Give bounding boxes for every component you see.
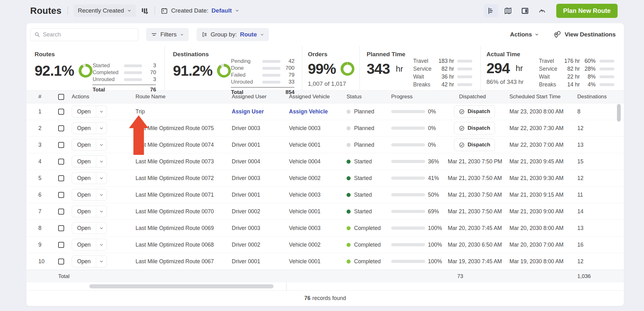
table-row: 8OpenLast Mile Optimized Route 0069Drive… <box>26 220 624 237</box>
plan-new-route-button[interactable]: Plan New Route <box>556 4 618 18</box>
stat-breakdown-label: Failed <box>231 72 260 78</box>
view-destinations-button[interactable]: View Destinations <box>553 31 616 38</box>
dispatch-check-icon <box>459 142 465 148</box>
search-input[interactable] <box>43 31 134 38</box>
search-icon <box>34 31 40 38</box>
time-row-value: 42 hr <box>436 81 454 88</box>
assign-user-link[interactable]: Assign User <box>232 108 289 115</box>
top-header: Routes Recently Created Created Date: De… <box>0 0 644 19</box>
stat-breakdown-bar <box>262 81 280 84</box>
filters-button[interactable]: Filters <box>146 28 189 41</box>
table-toolbar: Filters Group by: Route Actions View Des… <box>26 23 624 46</box>
row-checkbox[interactable] <box>58 225 64 231</box>
chevron-down-icon[interactable] <box>96 259 107 264</box>
open-button[interactable]: Open <box>72 172 107 184</box>
gauge-icon <box>538 7 546 15</box>
dispatch-check-icon <box>459 109 465 115</box>
open-button[interactable]: Open <box>72 222 107 234</box>
group-by-value: Route <box>240 31 257 38</box>
list-view-button[interactable] <box>484 4 498 17</box>
open-button[interactable]: Open <box>72 189 107 201</box>
chevron-down-icon[interactable] <box>96 209 107 214</box>
stat-breakdown-row: Unrouted3 <box>92 76 156 83</box>
open-button[interactable]: Open <box>72 106 107 117</box>
assigned-vehicle-cell: Vehicle 0002 <box>289 175 347 182</box>
dashboard-view-button[interactable] <box>535 4 549 17</box>
stat-breakdown-row: Completed70 <box>92 69 156 76</box>
time-row-value: 82 hr <box>436 66 454 72</box>
time-row-label: Breaks <box>413 81 434 88</box>
time-row-bar <box>599 83 614 86</box>
select-all-checkbox[interactable] <box>58 94 64 100</box>
row-checkbox[interactable] <box>58 125 64 131</box>
row-checkbox[interactable] <box>58 159 64 165</box>
progress-percent: 100% <box>428 258 442 265</box>
time-row: Breaks42 hr <box>413 81 472 89</box>
sort-dropdown-label: Recently Created <box>78 7 124 14</box>
stat-breakdown-label: Started <box>92 63 121 69</box>
assign-vehicle-link[interactable]: Assign Vehicle <box>289 108 347 115</box>
column-header-assigned-vehicle: Assigned Vehicle <box>289 94 347 100</box>
table-row: 1OpenTripAssign UserAssign VehiclePlanne… <box>26 103 624 120</box>
scheduled-start-cell: Mar 20, 2030 7:00 AM <box>509 242 577 248</box>
stat-breakdown-bar <box>262 60 280 63</box>
row-checkbox[interactable] <box>58 242 64 248</box>
chevron-down-icon[interactable] <box>96 176 107 181</box>
group-by-button[interactable]: Group by: Route <box>197 28 269 41</box>
row-checkbox[interactable] <box>58 142 64 148</box>
vertical-scrollbar-thumb[interactable] <box>617 104 621 122</box>
map-view-button[interactable] <box>501 4 515 17</box>
progress-cell: 0% <box>391 142 448 148</box>
row-checkbox[interactable] <box>58 209 64 215</box>
panel-view-button[interactable] <box>518 4 532 17</box>
status-label: Planned <box>354 142 374 148</box>
columns-settings-button[interactable] <box>141 7 149 15</box>
chevron-down-icon[interactable] <box>96 193 107 197</box>
dispatch-button[interactable]: Dispatch <box>454 122 495 134</box>
open-button[interactable]: Open <box>72 156 107 167</box>
chevron-down-icon[interactable] <box>96 243 107 247</box>
dispatch-button[interactable]: Dispatch <box>454 139 495 151</box>
progress-cell: 50% <box>391 192 448 198</box>
status-label: Started <box>354 208 372 215</box>
open-button[interactable]: Open <box>72 255 107 267</box>
chevron-down-icon[interactable] <box>96 109 107 114</box>
status-cell: Started <box>347 208 391 215</box>
open-button[interactable]: Open <box>72 239 107 251</box>
chevron-down-icon[interactable] <box>96 143 107 147</box>
records-count: 76 <box>304 295 310 302</box>
row-checkbox[interactable] <box>58 192 64 198</box>
time-row-value: 22 hr <box>562 74 580 80</box>
created-date-filter[interactable]: Created Date: Default <box>161 7 239 14</box>
time-row-label: Service <box>413 66 434 72</box>
table-row: 3OpenLast Mile Optimized Route 0074Drive… <box>26 137 624 153</box>
horizontal-scrollbar-thumb[interactable] <box>89 284 274 288</box>
open-button[interactable]: Open <box>72 122 107 134</box>
row-checkbox[interactable] <box>58 109 64 115</box>
chevron-down-icon <box>127 8 131 13</box>
panel-icon <box>521 7 529 15</box>
progress-bar <box>391 110 425 113</box>
columns-gear-icon <box>141 7 149 15</box>
sort-dropdown[interactable]: Recently Created <box>74 4 136 17</box>
row-checkbox[interactable] <box>58 175 64 181</box>
route-list-icon <box>487 7 495 15</box>
stat-breakdown-value: 33 <box>283 79 294 85</box>
status-cell: Completed <box>347 225 391 232</box>
chevron-down-icon[interactable] <box>96 126 107 131</box>
stat-breakdown-value: 79 <box>283 72 294 78</box>
open-button[interactable]: Open <box>72 139 107 151</box>
chevron-down-icon[interactable] <box>96 159 107 164</box>
progress-percent: 50% <box>428 192 439 198</box>
chevron-down-icon[interactable] <box>96 226 107 231</box>
open-button-label: Open <box>72 142 96 148</box>
row-checkbox[interactable] <box>58 259 64 265</box>
table-row: 4OpenLast Mile Optimized Route 0073Drive… <box>26 153 624 170</box>
destinations-cell: 13 <box>577 225 622 232</box>
progress-bar <box>391 243 425 246</box>
status-dot <box>347 110 351 114</box>
actions-dropdown[interactable]: Actions <box>510 31 539 38</box>
dispatch-button[interactable]: Dispatch <box>454 105 495 118</box>
row-number: 3 <box>38 142 58 148</box>
open-button[interactable]: Open <box>72 205 107 217</box>
